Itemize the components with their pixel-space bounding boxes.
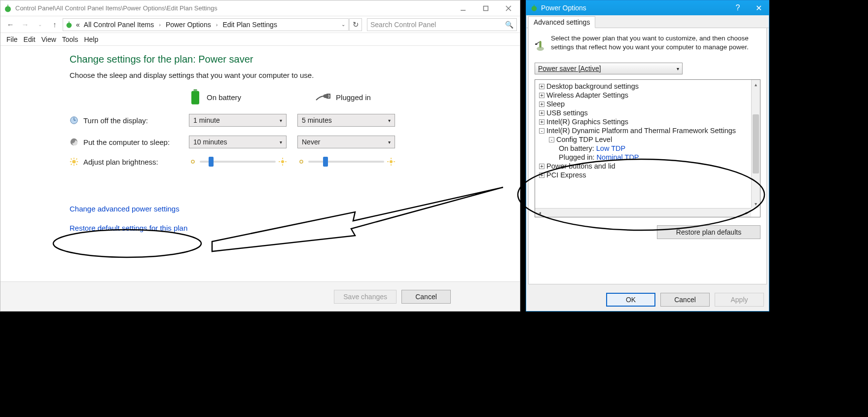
back-button[interactable]: ← [3, 18, 17, 32]
breadcrumb-item[interactable]: Edit Plan Settings [221, 21, 278, 29]
close-button[interactable] [497, 1, 520, 16]
change-advanced-link[interactable]: Change advanced power settings [70, 205, 180, 213]
display-icon [70, 116, 78, 125]
svg-line-18 [71, 159, 72, 160]
search-input[interactable]: Search Control Panel 🔍 [367, 18, 517, 31]
scroll-up-icon[interactable]: ▴ [752, 80, 760, 89]
tree-item[interactable]: Power buttons and lid [546, 162, 615, 170]
dialog-description: Select the power plan that you want to c… [551, 34, 760, 57]
breadcrumb-item[interactable]: Power Options [165, 21, 212, 29]
tab-row: Advanced settings [526, 15, 769, 28]
svg-line-19 [76, 164, 77, 165]
window-title: Control Panel\All Control Panel Items\Po… [15, 4, 217, 12]
apply-button[interactable]: Apply [715, 293, 764, 307]
column-label: Plugged in [336, 93, 371, 102]
chevron-down-icon: ▾ [388, 118, 391, 123]
scroll-thumb[interactable] [753, 114, 759, 174]
tree-item[interactable]: Intel(R) Graphics Settings [546, 118, 628, 126]
tree-item[interactable]: Config TDP Level [556, 136, 612, 143]
chevron-down-icon: ▾ [388, 139, 391, 145]
svg-rect-35 [534, 4, 534, 7]
tree-horizontal-scrollbar[interactable]: ◂ ▸ [535, 208, 751, 217]
help-button[interactable]: ? [727, 0, 748, 15]
tree-item[interactable]: Desktop background settings [546, 82, 639, 90]
tree-vertical-scrollbar[interactable]: ▴ ▾ [751, 80, 760, 208]
svg-line-21 [71, 164, 72, 165]
collapse-icon[interactable]: - [549, 137, 554, 142]
sleep-icon [70, 138, 78, 146]
menu-file[interactable]: File [6, 35, 18, 43]
breadcrumb-item[interactable]: All Control Panel Items [83, 21, 155, 29]
tree-item[interactable]: Wireless Adapter Settings [546, 91, 628, 99]
expand-icon[interactable]: + [539, 119, 544, 125]
tree-item[interactable]: PCI Express [546, 171, 586, 179]
menu-edit[interactable]: Edit [24, 35, 36, 43]
footer-bar: Save changes Cancel [0, 281, 520, 311]
save-button[interactable]: Save changes [334, 290, 397, 304]
plan-select-dropdown[interactable]: Power saver [Active] ▾ [535, 63, 683, 74]
display-battery-dropdown[interactable]: 1 minute▾ [189, 114, 287, 127]
expand-icon[interactable]: + [539, 173, 544, 178]
tree-setting-value[interactable]: Nominal TDP [597, 153, 639, 161]
dialog-title: Power Options [541, 4, 586, 12]
page-title: Change settings for the plan: Power save… [70, 54, 520, 65]
row-label: Adjust plan brightness: [83, 158, 158, 166]
power-icon [3, 4, 12, 13]
expand-icon[interactable]: + [539, 110, 544, 116]
settings-tree[interactable]: +Desktop background settings +Wireless A… [535, 79, 760, 217]
svg-rect-7 [69, 21, 69, 24]
tree-item[interactable]: Sleep [546, 100, 565, 108]
refresh-button[interactable]: ↻ [349, 18, 362, 31]
chevron-down-icon: ▾ [677, 66, 679, 71]
search-icon: 🔍 [505, 21, 513, 29]
page-subtext: Choose the sleep and display settings th… [70, 71, 520, 79]
restore-plan-defaults-button[interactable]: Restore plan defaults [657, 225, 760, 239]
chevron-down-icon: ▾ [280, 118, 282, 123]
expand-icon[interactable]: + [539, 93, 544, 98]
search-placeholder: Search Control Panel [370, 21, 505, 29]
sleep-battery-dropdown[interactable]: 10 minutes▾ [189, 136, 287, 148]
breadcrumb-bar[interactable]: « All Control Panel Items › Power Option… [63, 18, 349, 31]
scroll-left-icon[interactable]: ◂ [535, 208, 544, 217]
dialog-cancel-button[interactable]: Cancel [660, 293, 710, 307]
scroll-down-icon[interactable]: ▾ [752, 199, 760, 208]
scroll-right-icon[interactable]: ▸ [742, 208, 751, 217]
recent-dropdown[interactable]: ⌄ [33, 18, 47, 32]
minimize-button[interactable] [452, 1, 474, 16]
brightness-battery-slider[interactable] [200, 161, 276, 163]
tree-item[interactable]: USB settings [546, 109, 588, 117]
expand-icon[interactable]: + [539, 102, 544, 107]
maximize-button[interactable] [474, 1, 497, 16]
column-on-battery: On battery [189, 89, 241, 105]
tree-setting-value[interactable]: Low TDP [596, 144, 625, 152]
display-plugged-dropdown[interactable]: 5 minutes▾ [297, 114, 395, 127]
tree-item[interactable]: Intel(R) Dynamic Platform and Thermal Fr… [546, 127, 736, 135]
expand-icon[interactable]: + [539, 164, 544, 169]
svg-point-10 [323, 94, 329, 98]
menu-help[interactable]: Help [84, 35, 98, 43]
svg-rect-38 [535, 43, 537, 45]
advanced-power-dialog: Power Options ? ✕ Advanced settings Sele… [526, 0, 769, 312]
restore-default-link[interactable]: Restore default settings for this plan [70, 224, 187, 232]
chevron-down-icon: ▾ [280, 139, 282, 145]
collapse-icon[interactable]: - [539, 128, 544, 134]
up-button[interactable]: ↑ [48, 18, 62, 32]
tab-advanced-settings[interactable]: Advanced settings [528, 16, 595, 28]
dialog-close-button[interactable]: ✕ [748, 0, 769, 15]
control-panel-window: Control Panel\All Control Panel Items\Po… [0, 0, 520, 312]
sleep-plugged-dropdown[interactable]: Never▾ [297, 136, 395, 148]
expand-icon[interactable]: + [539, 84, 544, 89]
battery-icon [189, 89, 202, 105]
svg-point-29 [390, 160, 393, 163]
address-dropdown[interactable]: ⌄ [338, 22, 348, 27]
brightness-plugged-slider[interactable] [308, 161, 384, 163]
forward-button[interactable]: → [18, 18, 32, 32]
ok-button[interactable]: OK [606, 293, 655, 307]
dialog-titlebar: Power Options ? ✕ [526, 0, 769, 15]
menu-tools[interactable]: Tools [62, 35, 78, 43]
breadcrumb-pre[interactable]: « [75, 21, 81, 29]
cancel-button[interactable]: Cancel [401, 290, 451, 304]
menu-view[interactable]: View [41, 35, 56, 43]
svg-rect-9 [191, 91, 199, 104]
sun-dim-icon [297, 158, 305, 166]
